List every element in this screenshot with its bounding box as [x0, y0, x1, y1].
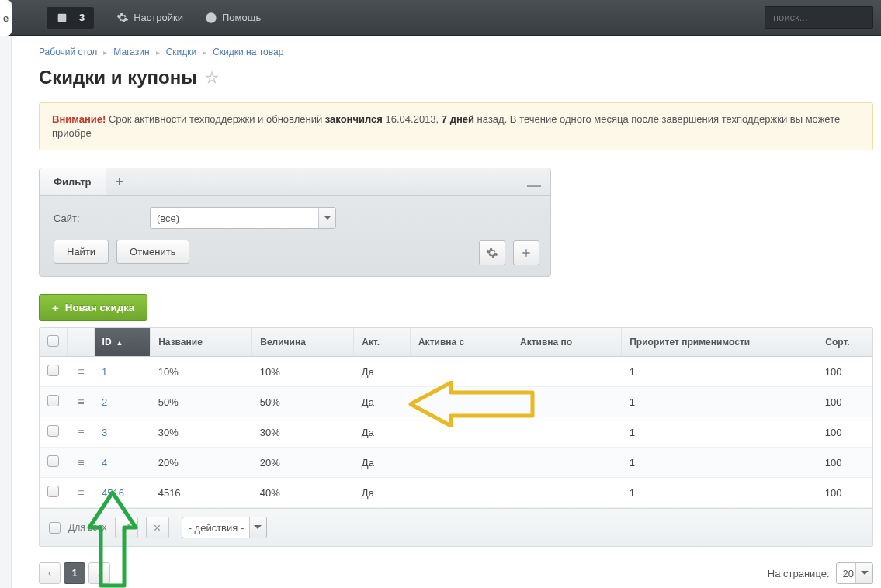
data-grid: ID▲ Название Величина Акт. Активна с Акт…	[39, 327, 873, 547]
filter-find-button[interactable]: Найти	[54, 240, 109, 264]
row-to	[512, 387, 622, 417]
perpage-select[interactable]: 20	[836, 562, 873, 584]
row-checkbox[interactable]	[47, 365, 59, 376]
row-menu-icon[interactable]: ≡	[78, 426, 83, 438]
pager-prev-button[interactable]: ‹	[39, 562, 61, 584]
footer-forall-label: Для всех	[68, 522, 107, 533]
pager: ‹ 1 ›	[39, 562, 110, 584]
footer-edit-button[interactable]	[115, 517, 138, 538]
footer-checkbox[interactable]	[49, 522, 61, 534]
breadcrumb-item[interactable]: Магазин	[113, 47, 149, 57]
row-active: Да	[354, 417, 411, 448]
checkbox[interactable]	[47, 335, 59, 347]
warning-text: 16.04.2013,	[383, 113, 442, 125]
row-menu-icon[interactable]: ≡	[78, 456, 83, 469]
row-id-link[interactable]: 3	[102, 427, 107, 438]
grid-footer: Для всех - действия -	[40, 508, 872, 546]
row-menu-icon[interactable]: ≡	[78, 486, 83, 499]
row-id-link[interactable]: 4	[102, 457, 107, 469]
row-name: 50%	[151, 387, 252, 417]
col-label: ID	[102, 337, 112, 348]
topbar: e 3 Настройки Помощь	[0, 0, 881, 36]
row-from	[410, 357, 512, 387]
breadcrumb-sep: ▸	[203, 48, 206, 57]
col-header-active[interactable]: Акт.	[354, 328, 411, 357]
filter-site-value: (все)	[150, 207, 336, 229]
row-name: 20%	[151, 448, 252, 478]
footer-actions-select[interactable]: - действия -	[182, 517, 267, 538]
row-active: Да	[354, 448, 411, 478]
warning-attn: Внимание!	[52, 113, 106, 125]
col-header-value[interactable]: Величина	[252, 328, 354, 357]
row-checkbox[interactable]	[47, 395, 59, 406]
col-header-checkbox[interactable]	[40, 328, 68, 357]
row-name: 30%	[151, 417, 252, 448]
row-menu-icon[interactable]: ≡	[78, 396, 83, 408]
filter-add-button[interactable]	[513, 240, 539, 265]
col-header-priority[interactable]: Приоритет применимости	[622, 328, 817, 357]
col-header-menu	[68, 328, 94, 357]
filter-tab[interactable]: Фильтр	[40, 168, 106, 195]
row-id-link[interactable]: 4516	[102, 487, 124, 499]
favorite-star-icon[interactable]: ☆	[205, 68, 219, 87]
footer-delete-button[interactable]	[146, 517, 169, 538]
settings-label: Настройки	[134, 12, 183, 23]
new-discount-label: Новая скидка	[65, 302, 135, 313]
row-sort: 100	[817, 448, 872, 478]
breadcrumb-item[interactable]: Рабочий стол	[39, 47, 97, 57]
row-to	[512, 357, 622, 387]
table-row: ≡420%20%Да1100	[40, 448, 872, 478]
row-to	[512, 448, 622, 478]
svg-point-1	[206, 12, 216, 22]
row-checkbox[interactable]	[47, 486, 59, 497]
filter-settings-button[interactable]	[479, 240, 505, 265]
row-sort: 100	[817, 357, 872, 387]
row-to	[512, 478, 622, 508]
filter-panel: Фильтр + — Сайт: (все) Найти Отменить	[39, 168, 551, 277]
col-header-sort[interactable]: Сорт.	[817, 328, 872, 357]
breadcrumb-sep: ▸	[103, 48, 107, 57]
notification-icon	[56, 12, 68, 24]
filter-collapse-icon[interactable]: —	[527, 178, 541, 194]
help-button[interactable]: Помощь	[196, 7, 269, 29]
row-sort: 100	[817, 478, 872, 508]
plus-icon: +	[52, 301, 59, 314]
warning-bold: закончился	[325, 113, 383, 125]
filter-site-select[interactable]: (все)	[150, 207, 336, 229]
row-name: 10%	[151, 357, 252, 387]
pencil-icon	[121, 523, 131, 533]
col-header-to[interactable]: Активна по	[512, 328, 622, 357]
close-icon	[152, 523, 162, 533]
help-label: Помощь	[222, 12, 261, 23]
filter-add-tab[interactable]: +	[106, 174, 134, 190]
table-row: ≡4516451640%Да1100	[40, 478, 872, 508]
new-discount-button[interactable]: + Новая скидка	[39, 294, 147, 321]
row-from	[410, 448, 512, 478]
row-priority: 1	[622, 448, 817, 478]
breadcrumb-sep: ▸	[156, 48, 160, 57]
breadcrumb-item[interactable]: Скидки	[166, 47, 197, 57]
pager-next-button[interactable]: ›	[88, 562, 110, 584]
warning-banner: Внимание! Срок активности техподдержки и…	[39, 102, 873, 150]
footer-actions-value: - действия -	[182, 517, 267, 538]
col-header-id[interactable]: ID▲	[94, 328, 151, 357]
search-wrap	[765, 6, 873, 29]
notifications-button[interactable]: 3	[47, 7, 94, 29]
settings-button[interactable]: Настройки	[108, 7, 192, 29]
col-header-from[interactable]: Активна с	[410, 328, 512, 357]
page-title: Скидки и купоны ☆	[39, 67, 873, 88]
row-menu-icon[interactable]: ≡	[78, 365, 83, 378]
row-checkbox[interactable]	[47, 455, 59, 467]
search-input[interactable]	[765, 6, 873, 29]
gear-icon	[116, 12, 129, 24]
table-row: ≡250%50%Да1100	[40, 387, 872, 417]
row-priority: 1	[622, 387, 817, 417]
row-id-link[interactable]: 1	[102, 366, 107, 378]
col-header-name[interactable]: Название	[151, 328, 252, 357]
row-checkbox[interactable]	[47, 425, 59, 437]
row-priority: 1	[622, 357, 817, 387]
breadcrumb-item[interactable]: Скидки на товар	[213, 47, 283, 57]
row-id-link[interactable]: 2	[102, 396, 107, 408]
filter-cancel-button[interactable]: Отменить	[116, 240, 189, 264]
pager-page-current[interactable]: 1	[64, 562, 85, 584]
